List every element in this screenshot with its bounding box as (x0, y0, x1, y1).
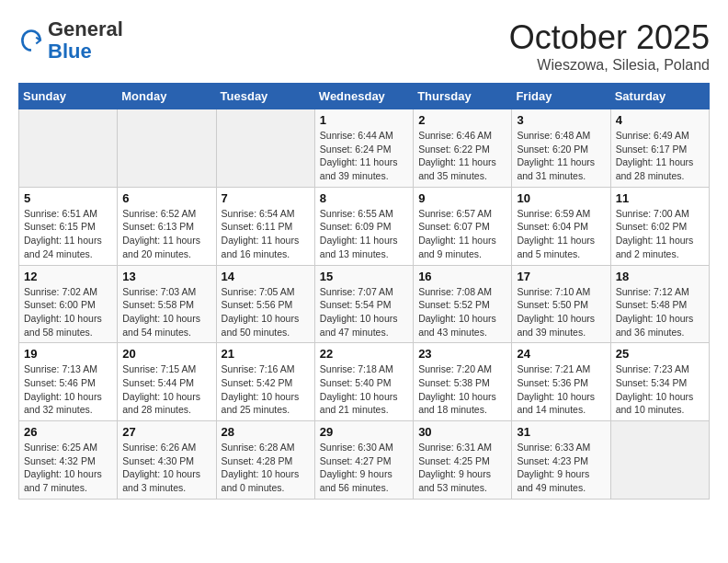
day-number: 24 (517, 347, 605, 361)
day-info: Sunrise: 6:26 AM Sunset: 4:30 PM Dayligh… (122, 441, 210, 495)
day-info: Sunrise: 7:10 AM Sunset: 5:50 PM Dayligh… (517, 285, 605, 339)
day-number: 21 (222, 347, 310, 361)
day-info: Sunrise: 7:21 AM Sunset: 5:36 PM Dayligh… (517, 362, 605, 417)
day-number: 15 (320, 270, 408, 283)
day-number: 29 (320, 425, 408, 439)
calendar-cell: 8Sunrise: 6:55 AM Sunset: 6:09 PM Daylig… (314, 187, 413, 265)
calendar-cell: 13Sunrise: 7:03 AM Sunset: 5:58 PM Dayli… (118, 265, 216, 343)
day-number: 18 (616, 270, 704, 283)
day-info: Sunrise: 7:12 AM Sunset: 5:48 PM Dayligh… (616, 285, 704, 339)
calendar-cell: 7Sunrise: 6:54 AM Sunset: 6:11 PM Daylig… (216, 187, 314, 265)
calendar-cell: 14Sunrise: 7:05 AM Sunset: 5:56 PM Dayli… (216, 265, 314, 343)
day-number: 6 (122, 191, 210, 205)
day-number: 20 (122, 347, 210, 361)
day-of-week-header: Saturday (610, 84, 709, 109)
day-info: Sunrise: 6:28 AM Sunset: 4:28 PM Dayligh… (222, 441, 310, 495)
day-info: Sunrise: 7:23 AM Sunset: 5:34 PM Dayligh… (616, 362, 704, 417)
day-of-week-header: Friday (512, 84, 610, 109)
day-number: 8 (320, 191, 408, 205)
calendar-cell: 12Sunrise: 7:02 AM Sunset: 6:00 PM Dayli… (19, 265, 118, 343)
calendar-cell: 23Sunrise: 7:20 AM Sunset: 5:38 PM Dayli… (414, 343, 512, 421)
day-info: Sunrise: 7:07 AM Sunset: 5:54 PM Dayligh… (320, 285, 408, 339)
day-info: Sunrise: 7:18 AM Sunset: 5:40 PM Dayligh… (320, 362, 408, 417)
day-number: 12 (24, 270, 112, 283)
day-info: Sunrise: 7:16 AM Sunset: 5:42 PM Dayligh… (222, 362, 310, 417)
calendar-cell: 22Sunrise: 7:18 AM Sunset: 5:40 PM Dayli… (314, 343, 413, 421)
day-info: Sunrise: 6:59 AM Sunset: 6:04 PM Dayligh… (517, 207, 605, 261)
calendar-cell: 18Sunrise: 7:12 AM Sunset: 5:48 PM Dayli… (610, 265, 709, 343)
calendar-cell: 9Sunrise: 6:57 AM Sunset: 6:07 PM Daylig… (414, 187, 512, 265)
day-number: 13 (122, 270, 210, 283)
day-info: Sunrise: 6:31 AM Sunset: 4:25 PM Dayligh… (418, 441, 506, 495)
day-info: Sunrise: 7:02 AM Sunset: 6:00 PM Dayligh… (24, 285, 112, 339)
calendar-cell (216, 109, 314, 188)
day-info: Sunrise: 6:54 AM Sunset: 6:11 PM Dayligh… (222, 207, 310, 261)
logo-icon (18, 28, 44, 53)
day-info: Sunrise: 6:49 AM Sunset: 6:17 PM Dayligh… (616, 129, 704, 183)
calendar-cell: 27Sunrise: 6:26 AM Sunset: 4:30 PM Dayli… (118, 421, 216, 500)
month-title: October 2025 (509, 18, 710, 57)
day-info: Sunrise: 6:55 AM Sunset: 6:09 PM Dayligh… (320, 207, 408, 261)
calendar-cell: 5Sunrise: 6:51 AM Sunset: 6:15 PM Daylig… (19, 187, 118, 265)
day-number: 3 (517, 113, 605, 127)
day-number: 16 (418, 270, 506, 283)
day-number: 25 (616, 347, 704, 361)
day-number: 28 (222, 425, 310, 439)
day-number: 14 (222, 270, 310, 283)
day-info: Sunrise: 7:05 AM Sunset: 5:56 PM Dayligh… (222, 285, 310, 339)
day-number: 31 (517, 425, 605, 439)
day-number: 9 (418, 191, 506, 205)
logo: GeneralBlue (18, 18, 123, 63)
day-info: Sunrise: 6:44 AM Sunset: 6:24 PM Dayligh… (320, 129, 408, 183)
day-info: Sunrise: 7:00 AM Sunset: 6:02 PM Dayligh… (616, 207, 704, 261)
calendar-cell: 24Sunrise: 7:21 AM Sunset: 5:36 PM Dayli… (512, 343, 610, 421)
day-info: Sunrise: 6:51 AM Sunset: 6:15 PM Dayligh… (24, 207, 112, 261)
calendar-cell: 21Sunrise: 7:16 AM Sunset: 5:42 PM Dayli… (216, 343, 314, 421)
calendar-week-row: 12Sunrise: 7:02 AM Sunset: 6:00 PM Dayli… (19, 265, 710, 343)
calendar-cell (118, 109, 216, 188)
day-number: 5 (24, 191, 112, 205)
page-header: GeneralBlue October 2025 Wieszowa, Siles… (18, 18, 710, 74)
day-number: 17 (517, 270, 605, 283)
day-number: 22 (320, 347, 408, 361)
calendar-cell: 19Sunrise: 7:13 AM Sunset: 5:46 PM Dayli… (19, 343, 118, 421)
calendar-cell: 28Sunrise: 6:28 AM Sunset: 4:28 PM Dayli… (216, 421, 314, 500)
logo-text: GeneralBlue (48, 18, 123, 63)
day-number: 19 (24, 347, 112, 361)
calendar-cell: 2Sunrise: 6:46 AM Sunset: 6:22 PM Daylig… (414, 109, 512, 188)
day-info: Sunrise: 7:20 AM Sunset: 5:38 PM Dayligh… (418, 362, 506, 417)
day-info: Sunrise: 7:15 AM Sunset: 5:44 PM Dayligh… (122, 362, 210, 417)
day-number: 27 (122, 425, 210, 439)
day-number: 7 (222, 191, 310, 205)
day-info: Sunrise: 6:46 AM Sunset: 6:22 PM Dayligh… (418, 129, 506, 183)
calendar-header-row: SundayMondayTuesdayWednesdayThursdayFrid… (19, 84, 710, 109)
day-info: Sunrise: 7:03 AM Sunset: 5:58 PM Dayligh… (122, 285, 210, 339)
day-number: 26 (24, 425, 112, 439)
day-info: Sunrise: 6:33 AM Sunset: 4:23 PM Dayligh… (517, 441, 605, 495)
day-info: Sunrise: 6:57 AM Sunset: 6:07 PM Dayligh… (418, 207, 506, 261)
calendar-cell: 17Sunrise: 7:10 AM Sunset: 5:50 PM Dayli… (512, 265, 610, 343)
day-number: 30 (418, 425, 506, 439)
day-number: 23 (418, 347, 506, 361)
day-of-week-header: Monday (118, 84, 216, 109)
day-of-week-header: Thursday (414, 84, 512, 109)
title-block: October 2025 Wieszowa, Silesia, Poland (509, 18, 710, 74)
calendar-week-row: 5Sunrise: 6:51 AM Sunset: 6:15 PM Daylig… (19, 187, 710, 265)
calendar-cell: 15Sunrise: 7:07 AM Sunset: 5:54 PM Dayli… (314, 265, 413, 343)
calendar-cell: 4Sunrise: 6:49 AM Sunset: 6:17 PM Daylig… (610, 109, 709, 188)
calendar-cell: 26Sunrise: 6:25 AM Sunset: 4:32 PM Dayli… (19, 421, 118, 500)
day-number: 2 (418, 113, 506, 127)
calendar-cell: 10Sunrise: 6:59 AM Sunset: 6:04 PM Dayli… (512, 187, 610, 265)
calendar-cell: 29Sunrise: 6:30 AM Sunset: 4:27 PM Dayli… (314, 421, 413, 500)
calendar-cell: 11Sunrise: 7:00 AM Sunset: 6:02 PM Dayli… (610, 187, 709, 265)
calendar-cell: 25Sunrise: 7:23 AM Sunset: 5:34 PM Dayli… (610, 343, 709, 421)
location-subtitle: Wieszowa, Silesia, Poland (509, 57, 710, 74)
calendar-body: 1Sunrise: 6:44 AM Sunset: 6:24 PM Daylig… (19, 109, 710, 500)
calendar-week-row: 1Sunrise: 6:44 AM Sunset: 6:24 PM Daylig… (19, 109, 710, 188)
calendar-cell: 1Sunrise: 6:44 AM Sunset: 6:24 PM Daylig… (314, 109, 413, 188)
calendar-table: SundayMondayTuesdayWednesdayThursdayFrid… (18, 83, 710, 500)
day-number: 4 (616, 113, 704, 127)
calendar-week-row: 26Sunrise: 6:25 AM Sunset: 4:32 PM Dayli… (19, 421, 710, 500)
calendar-cell (19, 109, 118, 188)
day-number: 11 (616, 191, 704, 205)
